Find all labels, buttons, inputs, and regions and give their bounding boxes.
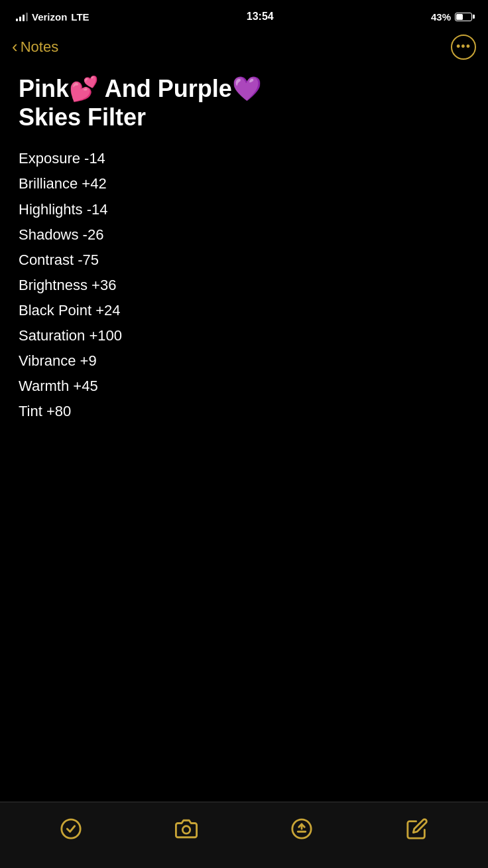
- note-line: Exposure -14: [19, 146, 469, 171]
- note-title: Pink💕 And Purple💜Skies Filter: [19, 74, 469, 131]
- signal-bars-icon: [16, 12, 28, 21]
- share-icon: [290, 818, 313, 840]
- note-line: Highlights -14: [19, 197, 469, 222]
- battery-icon: [455, 13, 472, 21]
- checkmark-icon: [60, 818, 82, 840]
- note-line: Black Point +24: [19, 298, 469, 323]
- nav-bar: ‹ Notes •••: [0, 29, 488, 68]
- checkmark-button[interactable]: [53, 811, 89, 847]
- camera-button[interactable]: [168, 811, 204, 847]
- note-line: Vibrance +9: [19, 348, 469, 374]
- note-line: Saturation +100: [19, 323, 469, 348]
- note-line: Brightness +36: [19, 273, 469, 298]
- carrier-label: Verizon: [32, 11, 67, 23]
- note-content: Pink💕 And Purple💜Skies Filter Exposure -…: [0, 68, 488, 451]
- note-line: Warmth +45: [19, 374, 469, 399]
- back-chevron-icon: ‹: [12, 38, 18, 55]
- network-type-label: LTE: [71, 11, 89, 23]
- note-line: Contrast -75: [19, 248, 469, 273]
- share-button[interactable]: [284, 811, 320, 847]
- note-line: Shadows -26: [19, 222, 469, 248]
- time-label: 13:54: [247, 11, 274, 23]
- svg-point-1: [182, 826, 190, 833]
- battery-fill: [456, 14, 463, 20]
- edit-button[interactable]: [399, 811, 435, 847]
- more-dots-icon: •••: [456, 40, 471, 52]
- status-bar: Verizon LTE 13:54 43%: [0, 0, 488, 29]
- more-options-button[interactable]: •••: [451, 35, 476, 60]
- camera-icon: [175, 818, 198, 840]
- back-button[interactable]: ‹ Notes: [12, 38, 58, 56]
- battery-percent: 43%: [431, 11, 451, 23]
- note-line: Tint +80: [19, 399, 469, 424]
- status-right: 43%: [431, 11, 472, 23]
- back-label: Notes: [21, 38, 58, 56]
- note-line: Brilliance +42: [19, 171, 469, 196]
- edit-icon: [406, 818, 428, 840]
- svg-point-0: [62, 819, 80, 837]
- bottom-toolbar: [0, 802, 488, 868]
- status-left: Verizon LTE: [16, 11, 90, 23]
- note-body: Exposure -14Brilliance +42Highlights -14…: [19, 146, 469, 424]
